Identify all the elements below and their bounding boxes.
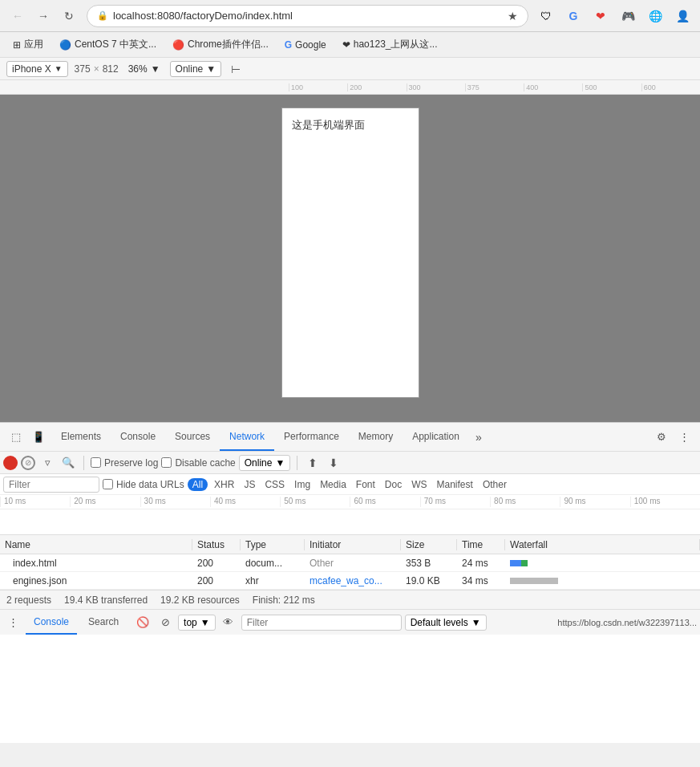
stop-console-button[interactable]: ⊘ <box>156 613 175 632</box>
bookmark-chrome-plugin-label: Chrome插件伴侣... <box>188 38 269 51</box>
bottom-tools: 🚫 ⊘ top ▼ 👁 Default levels ▼ <box>133 613 487 632</box>
tab-performance[interactable]: Performance <box>274 423 349 451</box>
disable-cache-checkbox[interactable] <box>161 457 172 468</box>
toolbar-icons: 🛡 G ❤ 🎮 🌐 👤 <box>535 5 694 27</box>
mobile-text: 这是手机端界面 <box>292 119 365 131</box>
zoom-arrow: ▼ <box>151 63 160 75</box>
filter-manifest-button[interactable]: Manifest <box>434 478 476 491</box>
ruler-icon[interactable]: ⊢ <box>231 63 241 75</box>
bottom-menu-button[interactable]: ⋮ <box>3 613 22 632</box>
record-button[interactable] <box>3 456 18 470</box>
address-bar[interactable]: 🔒 localhost:8080/factoryDemo/index.html … <box>87 5 528 27</box>
context-select[interactable]: top ▼ <box>178 615 216 631</box>
tab-elements[interactable]: Elements <box>51 423 111 451</box>
network-throttle-select[interactable]: Online ▼ <box>170 61 222 77</box>
devtools-more-tabs[interactable]: » <box>469 423 488 451</box>
export-har-button[interactable]: ⬇ <box>325 454 342 472</box>
td-time-2: 34 ms <box>457 575 505 586</box>
timeline-mark-1: 10 ms <box>0 497 70 507</box>
th-time[interactable]: Time <box>457 539 505 550</box>
stop-record-button[interactable]: ⊘ <box>21 456 35 470</box>
filter-input[interactable] <box>3 477 99 493</box>
filter-media-button[interactable]: Media <box>317 478 350 491</box>
centos-icon: 🔵 <box>59 39 71 51</box>
hide-data-urls-checkbox[interactable] <box>103 479 113 489</box>
th-type[interactable]: Type <box>241 539 305 550</box>
mobile-content: 这是手机端界面 <box>282 108 419 142</box>
filter-doc-button[interactable]: Doc <box>382 478 405 491</box>
forward-button[interactable]: → <box>32 5 55 27</box>
extension-icon-4[interactable]: 🎮 <box>617 5 639 27</box>
hide-data-urls-label[interactable]: Hide data URLs <box>103 479 184 490</box>
device-select[interactable]: iPhone X ▼ <box>6 61 68 77</box>
td-status-2: 200 <box>192 575 241 586</box>
extension-icon-3[interactable]: ❤ <box>589 5 612 27</box>
bookmark-apps[interactable]: ⊞ 应用 <box>6 34 50 55</box>
zoom-select[interactable]: 36% ▼ <box>125 62 164 76</box>
console-filter-input[interactable] <box>241 615 402 631</box>
google-icon: G <box>285 39 292 51</box>
filter-all-button[interactable]: All <box>188 478 208 491</box>
td-name-1: index.html <box>0 558 192 569</box>
row2-name: engines.json <box>13 575 67 586</box>
filter-css-button[interactable]: CSS <box>261 478 288 491</box>
tab-console[interactable]: Console <box>111 423 165 451</box>
eye-button[interactable]: 👁 <box>219 613 238 632</box>
bookmark-chrome-plugin[interactable]: 🔴 Chrome插件伴侣... <box>166 34 275 55</box>
extension-icon-1[interactable]: 🛡 <box>535 5 557 27</box>
th-name[interactable]: Name <box>0 539 192 550</box>
table-row[interactable]: index.html 200 docum... Other 353 B 24 m… <box>0 554 700 572</box>
td-time-1: 24 ms <box>457 558 505 569</box>
transferred-size: 19.4 KB transferred <box>64 595 148 606</box>
bottom-tab-console[interactable]: Console <box>26 610 77 635</box>
filter-font-button[interactable]: Font <box>353 478 378 491</box>
profile-button[interactable]: 👤 <box>671 5 694 27</box>
tab-memory[interactable]: Memory <box>349 423 403 451</box>
tab-sources[interactable]: Sources <box>165 423 220 451</box>
bookmark-centos[interactable]: 🔵 CentOS 7 中英文... <box>53 34 163 55</box>
device-toggle-button[interactable]: 📱 <box>29 428 48 447</box>
reload-button[interactable]: ↻ <box>58 5 80 27</box>
import-har-button[interactable]: ⬆ <box>304 454 322 472</box>
bookmark-star-button[interactable]: ★ <box>508 10 518 22</box>
throttle-select[interactable]: Online ▼ <box>239 455 291 471</box>
bookmark-google[interactable]: G Google <box>278 36 333 54</box>
bookmark-hao123[interactable]: ❤ hao123_上网从这... <box>336 34 444 55</box>
back-button[interactable]: ← <box>6 5 29 27</box>
waterfall-green-1 <box>521 560 528 566</box>
th-initiator[interactable]: Initiator <box>305 539 401 550</box>
th-status[interactable]: Status <box>192 539 241 550</box>
extension-icon-2[interactable]: G <box>562 5 585 27</box>
filter-img-button[interactable]: Img <box>291 478 314 491</box>
device-toolbar: iPhone X ▼ 375 × 812 36% ▼ Online ▼ ⊢ <box>0 58 700 80</box>
table-row[interactable]: engines.json 200 xhr mcafee_wa_co... 19.… <box>0 572 700 590</box>
waterfall-gray-2 <box>510 578 558 584</box>
devtools-more-menu-button[interactable]: ⋮ <box>674 428 694 447</box>
filter-button[interactable]: ▿ <box>38 454 56 472</box>
bookmark-hao123-label: hao123_上网从这... <box>354 38 438 51</box>
ruler-mark: 375 <box>465 83 524 91</box>
filter-xhr-button[interactable]: XHR <box>211 478 237 491</box>
td-size-1: 353 B <box>401 558 457 569</box>
clear-console-button[interactable]: 🚫 <box>133 613 152 632</box>
filter-other-button[interactable]: Other <box>479 478 510 491</box>
th-size[interactable]: Size <box>401 539 457 550</box>
timeline-mark-4: 40 ms <box>210 497 280 507</box>
log-level-select[interactable]: Default levels ▼ <box>405 615 487 631</box>
timeline-graph <box>0 509 700 535</box>
disable-cache-label[interactable]: Disable cache <box>161 457 235 469</box>
search-button[interactable]: 🔍 <box>59 454 77 472</box>
bottom-tab-search[interactable]: Search <box>80 610 127 635</box>
dimension-display: 375 × 812 <box>75 63 119 75</box>
tab-network[interactable]: Network <box>220 423 274 451</box>
filter-ws-button[interactable]: WS <box>408 478 430 491</box>
tab-application[interactable]: Application <box>403 423 469 451</box>
filter-js-button[interactable]: JS <box>241 478 258 491</box>
preserve-log-label[interactable]: Preserve log <box>91 457 158 469</box>
devtools-settings-button[interactable]: ⚙ <box>652 428 671 447</box>
extension-icon-5[interactable]: 🌐 <box>644 5 666 27</box>
td-size-2: 19.0 KB <box>401 575 457 586</box>
inspect-element-button[interactable]: ⬚ <box>6 428 26 447</box>
preserve-log-checkbox[interactable] <box>91 457 101 468</box>
th-waterfall[interactable]: Waterfall <box>505 539 700 550</box>
